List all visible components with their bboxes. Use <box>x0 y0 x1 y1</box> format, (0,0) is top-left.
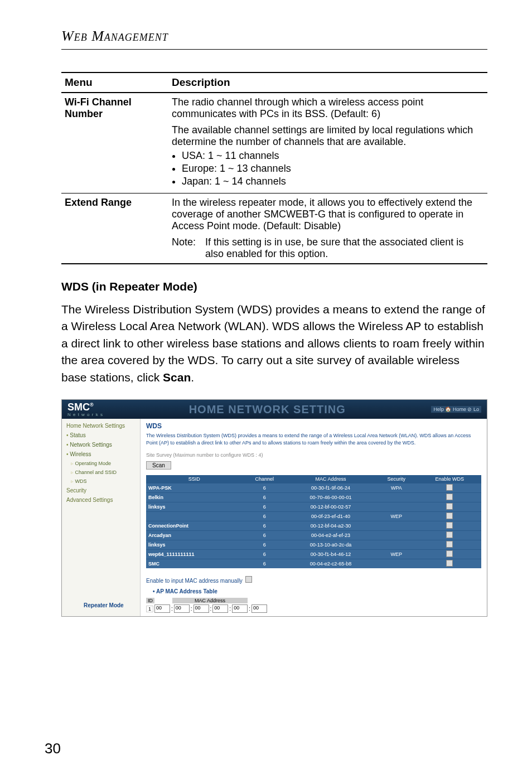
col-security: Security <box>375 475 418 483</box>
nav-operating-mode[interactable]: Operating Mode <box>62 459 140 468</box>
mac-address-header: MAC Address <box>172 598 248 603</box>
enable-wds-checkbox[interactable] <box>446 494 453 500</box>
page-number: 30 <box>45 740 61 757</box>
nav-home-network-settings[interactable]: Home Network Settings <box>62 421 140 430</box>
repeater-mode-label: Repeater Mode <box>84 602 124 608</box>
note-body: If this setting is in use, be sure that … <box>205 236 484 260</box>
table-row: ConnectionPoint600-12-bf-04-a2-30 <box>146 521 481 531</box>
mac-octet-input[interactable]: 00 <box>194 604 209 613</box>
nav-security[interactable]: Security <box>62 486 140 495</box>
smc-networks-label: N e t w o r k s <box>67 412 103 417</box>
menu-description-table: Menu Description Wi-Fi Channel Number Th… <box>61 72 487 264</box>
nav-wds[interactable]: WDS <box>62 477 140 486</box>
table-row: Belkin600-70-46-00-00-01 <box>146 493 481 502</box>
id-header: ID <box>146 598 154 603</box>
site-survey-table: SSID Channel MAC Address Security Enable… <box>146 475 481 568</box>
enable-wds-checkbox[interactable] <box>446 522 453 529</box>
col-description: Description <box>168 72 487 93</box>
nav-channel-ssid[interactable]: Channel and SSID <box>62 468 140 477</box>
col-mac-address: MAC Address <box>287 475 375 483</box>
content-description: The Wireless Distribution System (WDS) p… <box>146 432 481 446</box>
col-channel: Channel <box>243 475 287 483</box>
row-extend-range-desc: In the wireless repeater mode, it allows… <box>168 194 487 264</box>
wds-para-pre: The Wireless Distribution System (WDS) p… <box>61 303 485 384</box>
scan-button[interactable]: Scan <box>146 461 171 470</box>
manual-mac-label: Enable to input MAC address manually <box>146 578 243 584</box>
bullet-usa: USA: 1 ~ 11 channels <box>182 150 484 162</box>
wifi-channel-list: USA: 1 ~ 11 channels Europe: 1 ~ 13 chan… <box>182 150 484 187</box>
row-wifi-channel-menu: Wi-Fi Channel Number <box>61 93 168 193</box>
content-heading-wds: WDS <box>146 422 481 430</box>
router-ui-screenshot: SMC® N e t w o r k s HOME NETWORK SETTIN… <box>61 399 487 617</box>
row-extend-range-menu: Extend Range <box>61 194 168 264</box>
col-menu: Menu <box>61 72 168 93</box>
site-survey-label: Site Survey (Maximun number to configure… <box>146 452 481 458</box>
extend-desc: In the wireless repeater mode, it allows… <box>172 197 484 232</box>
mac-octet-input[interactable]: 00 <box>252 604 267 613</box>
wds-heading: WDS (in Repeater Mode) <box>61 280 487 293</box>
sidebar: Home Network Settings Status Network Set… <box>62 419 141 616</box>
table-row: SMC600-04-e2-c2-65-b8 <box>146 559 481 569</box>
note-label: Note: <box>172 236 202 248</box>
ap-mac-address-table-label: AP MAC Address Table <box>153 588 481 594</box>
enable-wds-checkbox[interactable] <box>446 512 453 519</box>
id-value: 1 <box>146 606 153 612</box>
wifi-desc-2: The available channel settings are limit… <box>172 124 484 148</box>
enable-wds-checkbox[interactable] <box>446 484 453 491</box>
wifi-desc-1: The radio channel through which a wirele… <box>172 96 484 120</box>
nav-status[interactable]: Status <box>62 430 140 440</box>
nav-network-settings[interactable]: Network Settings <box>62 440 140 449</box>
page-header: Web Management <box>61 28 487 45</box>
nav-wireless[interactable]: Wireless <box>62 449 140 459</box>
table-row: 600-0f-23-ef-d1-40WEP <box>146 512 481 521</box>
mac-octet-input[interactable]: 00 <box>174 604 190 613</box>
table-row: WPA-PSK600-30-f1-9f-06-24WPA <box>146 483 481 493</box>
enable-wds-checkbox[interactable] <box>446 531 453 538</box>
enable-wds-checkbox[interactable] <box>446 550 453 557</box>
table-row: Arcadyan600-04-e2-af-ef-23 <box>146 531 481 540</box>
mac-octet-input[interactable]: 00 <box>154 604 170 613</box>
nav-advanced-settings[interactable]: Advanced Settings <box>62 495 140 505</box>
mac-octet-input[interactable]: 00 <box>212 604 228 613</box>
header-rule <box>61 49 487 50</box>
enable-wds-checkbox[interactable] <box>446 503 453 510</box>
row-wifi-channel-desc: The radio channel through which a wirele… <box>168 93 487 193</box>
enable-wds-checkbox[interactable] <box>446 560 453 567</box>
table-row: wep64_1111111111600-30-f1-b4-46-12WEP <box>146 550 481 559</box>
table-row: linksys600-13-10-a0-2c-da <box>146 540 481 550</box>
col-enable-wds: Enable WDS <box>418 475 481 483</box>
bullet-europe: Europe: 1 ~ 13 channels <box>182 163 484 175</box>
wds-paragraph: The Wireless Distribution System (WDS) p… <box>61 301 487 386</box>
manual-mac-checkbox[interactable] <box>245 576 252 583</box>
bullet-japan: Japan: 1 ~ 14 channels <box>182 176 484 187</box>
enable-wds-checkbox[interactable] <box>446 541 453 548</box>
scan-bold: Scan <box>163 371 191 384</box>
page-title: HOME NETWORK SETTING <box>189 403 346 416</box>
help-home-logout[interactable]: Help 🏠 Home ⊘ Lo <box>431 406 481 413</box>
smc-logo: SMC® <box>67 401 94 413</box>
table-row: linksys600-12-bf-00-02-57 <box>146 502 481 512</box>
wds-para-post: . <box>191 371 194 384</box>
mac-octet-input[interactable]: 00 <box>232 604 248 613</box>
col-ssid: SSID <box>146 475 243 483</box>
